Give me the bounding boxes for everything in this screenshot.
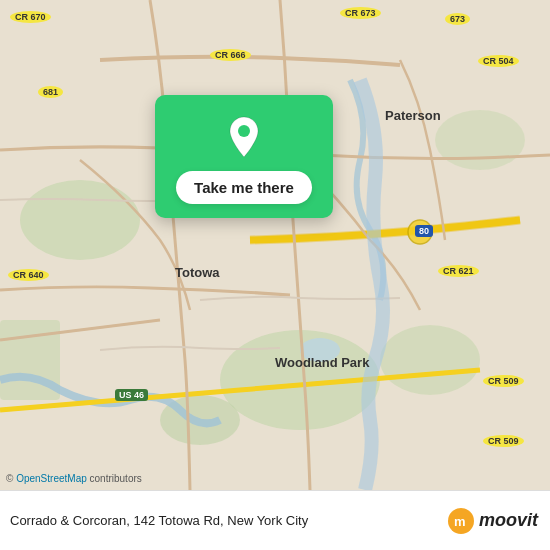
bottom-bar: Corrado & Corcoran, 142 Totowa Rd, New Y… <box>0 490 550 550</box>
bottom-left: Corrado & Corcoran, 142 Totowa Rd, New Y… <box>10 513 308 528</box>
svg-point-3 <box>380 325 480 395</box>
svg-point-9 <box>238 125 250 137</box>
svg-point-1 <box>20 180 140 260</box>
map-container: Paterson Totowa Woodland Park CR 670 CR … <box>0 0 550 490</box>
svg-point-8 <box>408 220 432 244</box>
svg-point-6 <box>435 110 525 170</box>
moovit-text: moovit <box>479 510 538 531</box>
svg-point-7 <box>300 338 340 362</box>
take-me-there-button[interactable]: Take me there <box>176 171 312 204</box>
moovit-logo: m moovit <box>447 507 538 535</box>
svg-text:m: m <box>454 514 466 529</box>
osm-credit: © OpenStreetMap contributors <box>6 473 142 484</box>
location-pin-icon <box>220 113 268 161</box>
location-card[interactable]: Take me there <box>155 95 333 218</box>
moovit-icon: m <box>447 507 475 535</box>
address-text: Corrado & Corcoran, 142 Totowa Rd, New Y… <box>10 513 308 528</box>
